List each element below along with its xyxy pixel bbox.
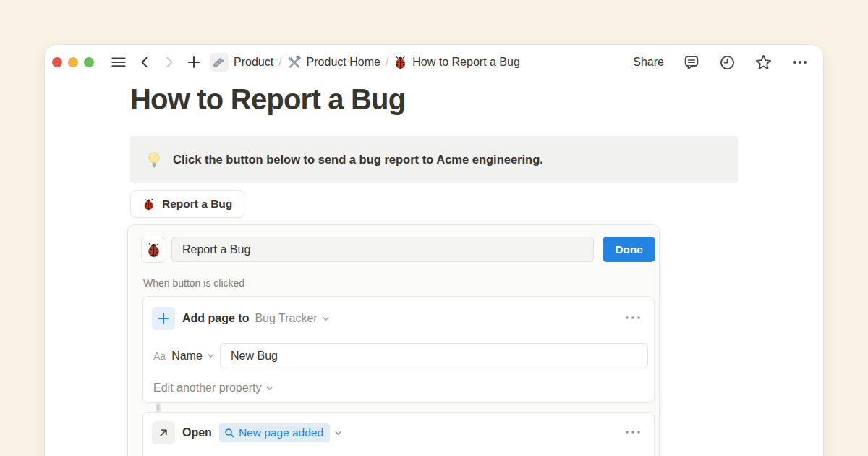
hamburger-icon <box>110 54 127 71</box>
light-bulb-icon <box>146 151 162 169</box>
property-type-label: Aa <box>153 350 166 362</box>
action-label: Add page to <box>182 312 249 325</box>
more-options-button[interactable] <box>791 54 809 71</box>
comment-icon <box>683 54 700 71</box>
ellipsis-icon <box>791 54 809 71</box>
chevron-down-icon <box>333 428 343 438</box>
sidebar-menu-button[interactable] <box>110 54 127 71</box>
chevron-right-icon <box>162 55 176 69</box>
chevron-down-icon <box>321 314 331 324</box>
button-editor-panel: Done When button is clicked Add page to … <box>127 224 660 456</box>
ladybug-icon <box>142 198 155 211</box>
new-page-button[interactable] <box>187 55 201 69</box>
ladybug-icon <box>146 242 161 258</box>
button-icon-picker[interactable] <box>141 237 166 263</box>
chevron-down-icon <box>265 384 274 393</box>
trigger-label: When button is clicked <box>143 277 244 289</box>
star-icon <box>754 54 773 72</box>
database-select[interactable]: Bug Tracker <box>249 312 330 325</box>
breadcrumb-separator: / <box>278 56 281 69</box>
report-a-bug-button-label: Report a Bug <box>162 198 232 211</box>
ellipsis-icon <box>625 430 641 434</box>
chevron-left-icon <box>137 55 152 69</box>
nav-forward-button[interactable] <box>162 55 176 69</box>
favorite-button[interactable] <box>754 54 773 72</box>
zoom-window-button[interactable] <box>84 57 94 67</box>
open-icon-chip <box>152 421 175 444</box>
clock-icon <box>719 54 736 71</box>
property-select-value: Name <box>171 350 203 363</box>
breadcrumb-item-product[interactable]: Product <box>210 53 273 72</box>
ellipsis-icon <box>625 316 641 320</box>
breadcrumb-item-current-page[interactable]: How to Report a Bug <box>393 56 520 69</box>
updates-button[interactable] <box>719 54 736 71</box>
callout-block: Click the button below to send a bug rep… <box>130 136 738 183</box>
hammer-wrench-icon <box>287 55 302 69</box>
arrow-up-right-icon <box>157 426 170 439</box>
add-page-icon-chip <box>152 307 175 330</box>
topbar: Product / Product Home / <box>45 45 823 80</box>
page-title[interactable]: How to Report a Bug <box>130 83 405 116</box>
button-name-input[interactable] <box>171 237 594 262</box>
minimize-window-button[interactable] <box>68 57 78 67</box>
topbar-actions: Share <box>633 54 809 72</box>
comments-button[interactable] <box>683 54 700 71</box>
breadcrumb-item-product-home[interactable]: Product Home <box>287 55 380 69</box>
app-window: Product / Product Home / <box>45 45 823 456</box>
wrench-icon <box>213 56 226 69</box>
breadcrumb: Product / Product Home / <box>210 53 520 72</box>
search-icon <box>224 428 234 438</box>
traffic-lights <box>52 57 94 67</box>
property-value-input[interactable] <box>220 343 648 368</box>
step-connector <box>156 402 161 413</box>
close-window-button[interactable] <box>52 57 62 67</box>
open-target-dropdown[interactable] <box>333 428 343 438</box>
ladybug-icon <box>393 56 407 69</box>
open-target-chip-label: New page added <box>239 426 323 439</box>
step-card-add-page: Add page to Bug Tracker Aa <box>142 296 655 403</box>
property-select[interactable]: Name <box>166 350 216 363</box>
plus-icon <box>157 312 170 325</box>
plus-icon <box>187 55 201 69</box>
database-select-value: Bug Tracker <box>255 312 317 325</box>
step-card-open-page: Open New page added <box>142 412 655 456</box>
chevron-down-icon <box>206 351 216 360</box>
step-options-button[interactable] <box>624 428 642 436</box>
open-target-chip[interactable]: New page added <box>219 423 330 442</box>
breadcrumb-separator: / <box>386 56 388 69</box>
step-options-button[interactable] <box>624 314 642 321</box>
done-button[interactable]: Done <box>603 237 655 262</box>
edit-another-property-button[interactable]: Edit another property <box>153 379 274 397</box>
share-button[interactable]: Share <box>633 56 664 69</box>
callout-text: Click the button below to send a bug rep… <box>173 153 543 166</box>
action-label: Open <box>182 426 212 439</box>
nav-back-button[interactable] <box>137 55 152 69</box>
report-a-bug-button[interactable]: Report a Bug <box>130 190 244 218</box>
